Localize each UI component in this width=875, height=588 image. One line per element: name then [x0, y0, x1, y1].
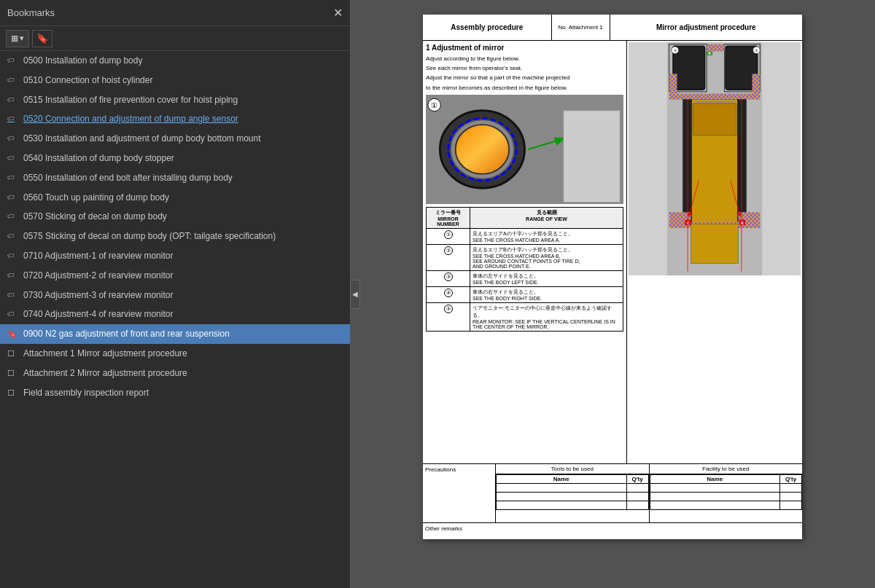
bookmark-text: Attachment 1 Mirror adjustment procedure [23, 348, 344, 360]
doc-header-attachment-number: No. Attachment 1 [552, 15, 610, 40]
bookmark-item[interactable]: 🏷0575 Sticking of decal on dump body (OP… [0, 227, 350, 246]
bookmark-item[interactable]: 🏷0740 Adjustment-4 of rearview monitor [0, 305, 350, 324]
bookmark-empty-white-icon: ☐ [7, 388, 18, 399]
table-row: ① 見えるエリアAの十字ハッチ部を見ること。SEE THE CROSS HATC… [427, 228, 623, 244]
table-header-range-of-view: 見る範囲RANGE OF VIEW [470, 207, 623, 228]
table-row: ④ 車体の右サイドを見ること。SEE THE BODY RIGHT SIDE. [427, 286, 623, 302]
svg-rect-33 [669, 94, 761, 100]
bookmark-empty-icon: 🏷 [7, 55, 18, 66]
bookmark-empty-icon: 🏷 [7, 114, 18, 124]
bookmark-item[interactable]: 🏷0510 Connection of hoist cylinder [0, 71, 350, 90]
bookmark-text: 0710 Adjustment-1 of rearview monitor [23, 250, 344, 262]
facility-table: NameQ'ty [650, 474, 803, 510]
bookmark-text: 0530 Installation and adjustment of dump… [23, 133, 344, 145]
bookmark-item[interactable]: 🏷0550 Installation of end bolt after ins… [0, 168, 350, 188]
mirror-diagram: ① A [426, 95, 623, 204]
document-page: Assembly procedure No. Attachment 1 Mirr… [423, 15, 802, 539]
bookmark-empty-icon: 🏷 [7, 270, 18, 281]
grid-icon: ▦ [11, 34, 18, 43]
doc-footer: Precautions Tools to be used NameQ'ty Fa… [423, 463, 802, 534]
bookmark-item[interactable]: 🏷0730 Adjustment-3 of rearview monitor [0, 286, 350, 305]
svg-text:①: ① [431, 101, 438, 109]
bookmark-item[interactable]: 🏷0570 Sticking of decal on dump body [0, 207, 350, 227]
bookmark-text: 0500 Installation of dump body [23, 55, 344, 67]
bookmark-empty-icon: 🏷 [7, 95, 18, 105]
bookmarks-toolbar: ▦ ▾ 🔖 [0, 26, 350, 51]
other-remarks-label: Other remarks [425, 525, 462, 532]
bookmark-empty-icon: 🏷 [7, 133, 18, 144]
tools-section: Tools to be used NameQ'ty [496, 464, 650, 522]
bookmarks-panel: Bookmarks ✕ ▦ ▾ 🔖 🏷0500 Installation of … [0, 0, 350, 588]
bookmark-item[interactable]: ☐Attachment 1 Mirror adjustment procedur… [0, 344, 350, 364]
bookmark-empty-icon: 🏷 [7, 231, 18, 241]
bookmark-item[interactable]: 🏷0540 Installation of dump body stopper [0, 149, 350, 168]
adjustment-line4: to the mirror becomes as described in th… [426, 84, 623, 92]
mirror-view-table: ミラー番号MIRROR NUMBER 見る範囲RANGE OF VIEW ① 見… [426, 207, 623, 332]
bookmark-empty-icon: 🏷 [7, 290, 18, 300]
bookmark-empty-icon: 🏷 [7, 251, 18, 261]
panel-title: Bookmarks [7, 7, 55, 18]
bookmark-item[interactable]: 🔖0900 N2 gas adjustment of front and rea… [0, 324, 350, 344]
close-button[interactable]: ✕ [333, 6, 343, 20]
bookmark-text: 0900 N2 gas adjustment of front and rear… [23, 328, 344, 340]
bookmark-item[interactable]: 🏷0710 Adjustment-1 of rearview monitor [0, 246, 350, 266]
new-bookmark-button[interactable]: 🔖 [32, 30, 52, 47]
table-row: ② 見えるエリアBの十字ハッチ部を見ること。SEE THE CROSS HATC… [427, 244, 623, 270]
doc-body: 1 Adjustment of mirror Adjust according … [423, 41, 802, 463]
panel-collapse-button[interactable]: ◀ [350, 280, 360, 309]
bookmark-text: 0550 Installation of end bolt after inst… [23, 172, 344, 184]
panel-header: Bookmarks ✕ [0, 0, 350, 26]
facility-section: Facility to be used NameQ'ty [650, 464, 803, 522]
bookmark-text: Attachment 2 Mirror adjustment procedure [23, 367, 344, 380]
bookmark-empty-icon: 🏷 [7, 211, 18, 222]
bookmark-text: 0520 Connection and adjustment of dump a… [23, 113, 344, 125]
doc-header-assembly: Assembly procedure [423, 15, 552, 40]
bookmark-add-icon: 🔖 [36, 33, 48, 44]
document-view: Assembly procedure No. Attachment 1 Mirr… [350, 0, 875, 588]
svg-rect-36 [693, 103, 736, 135]
table-row: ③ 車体の左サイドを見ること。SEE THE BODY LEFT SIDE. [427, 270, 623, 286]
bookmark-text: 0515 Installation of fire prevention cov… [23, 94, 344, 106]
bookmark-empty-white-icon: ☐ [7, 368, 18, 379]
bookmark-empty-icon: 🏷 [7, 309, 18, 319]
vehicle-top-view-diagram: ④ ② A [629, 42, 801, 275]
bookmark-text: 0570 Sticking of decal on dump body [23, 211, 344, 223]
tools-table: NameQ'ty [496, 474, 649, 510]
bookmark-item[interactable]: 🏷0515 Installation of fire prevention co… [0, 90, 350, 110]
bookmark-empty-icon: 🏷 [7, 192, 18, 203]
bookmark-text: 0560 Touch up painting of dump body [23, 192, 344, 204]
bookmark-list: 🏷0500 Installation of dump body🏷0510 Con… [0, 51, 350, 588]
tools-header: Tools to be used [496, 464, 649, 474]
other-remarks-section: Other remarks [423, 522, 802, 534]
bookmark-item[interactable]: ☐Field assembly inspection report [0, 383, 350, 403]
svg-text:A: A [708, 52, 711, 55]
svg-text:B: B [741, 222, 744, 225]
precautions-section: Precautions [423, 464, 496, 522]
bookmark-empty-white-icon: ☐ [7, 348, 18, 359]
bookmark-item[interactable]: 🏷0520 Connection and adjustment of dump … [0, 109, 350, 129]
bookmark-text: 0740 Adjustment-4 of rearview monitor [23, 308, 344, 321]
bookmark-item[interactable]: 🏷0500 Installation of dump body [0, 51, 350, 71]
table-row: ⑤ リアモニター:モニターの中心に垂直中心線が来るよう確認する。REAR MON… [427, 302, 623, 331]
bookmark-filled-icon: 🔖 [7, 329, 18, 340]
bookmark-empty-icon: 🏷 [7, 153, 18, 163]
svg-rect-22 [669, 74, 677, 93]
doc-right-column: ④ ② A [627, 41, 802, 463]
svg-point-3 [456, 125, 510, 174]
bookmark-item[interactable]: 🏷0720 Adjustment-2 of rearview monitor [0, 266, 350, 286]
adjustment-line3: Adjust the mirror so that a part of the … [426, 74, 623, 82]
bookmark-text: 0730 Adjustment-3 of rearview monitor [23, 289, 344, 302]
svg-rect-37 [683, 100, 692, 227]
doc-left-column: 1 Adjustment of mirror Adjust according … [423, 41, 627, 463]
svg-rect-21 [673, 46, 704, 90]
adjustment-line2: See each mirror from operator's seat. [426, 64, 623, 72]
view-options-button[interactable]: ▦ ▾ [6, 30, 29, 47]
svg-rect-52 [691, 224, 738, 263]
bookmark-item[interactable]: 🏷0530 Installation and adjustment of dum… [0, 129, 350, 149]
facility-header: Facility to be used [650, 464, 803, 474]
bookmark-item[interactable]: ☐Attachment 2 Mirror adjustment procedur… [0, 364, 350, 383]
bookmark-text: Field assembly inspection report [23, 387, 344, 399]
adjustment-title: 1 Adjustment of mirror [426, 44, 623, 52]
bookmark-item[interactable]: 🏷0560 Touch up painting of dump body [0, 188, 350, 208]
svg-rect-38 [737, 100, 746, 227]
